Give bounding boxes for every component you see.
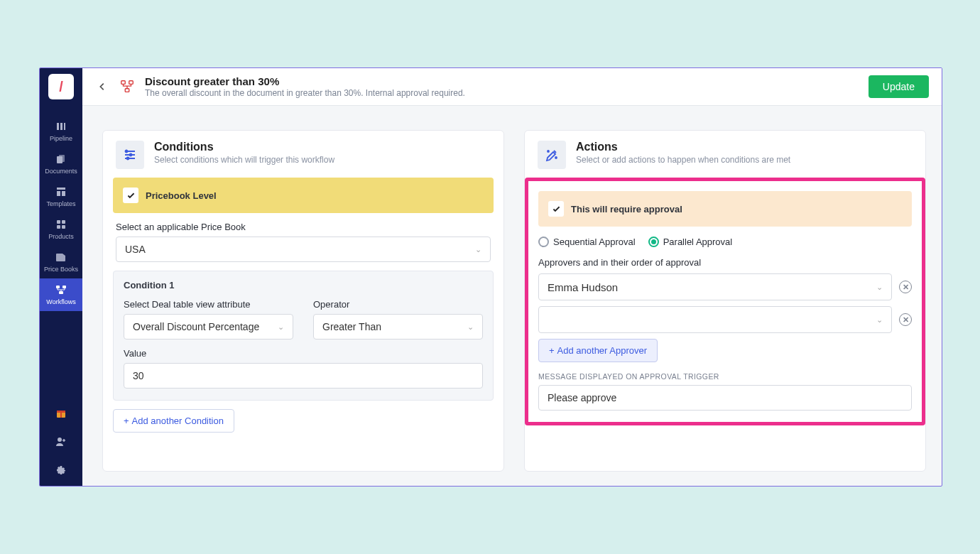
content: Conditions Select conditions which will … (82, 106, 942, 486)
approver-name: Emma Hudson (548, 281, 618, 293)
products-icon (55, 219, 67, 230)
svg-point-23 (130, 154, 132, 156)
sidebar-item-gift[interactable] (40, 401, 82, 429)
sidebar-item-templates[interactable]: Templates (40, 180, 82, 213)
approver-select[interactable]: ⌄ (538, 306, 892, 333)
banner-label: Pricebook Level (146, 190, 217, 201)
sidebar-item-label: Products (48, 233, 74, 240)
svg-rect-9 (62, 220, 65, 224)
svg-rect-5 (57, 188, 65, 190)
sequential-approval-radio[interactable]: Sequential Approval (538, 237, 636, 247)
radio-icon (648, 237, 659, 247)
svg-point-26 (548, 151, 549, 152)
gear-icon (55, 465, 67, 476)
sidebar-item-label: Templates (46, 200, 75, 207)
update-button[interactable]: Update (869, 75, 929, 98)
sidebar-item-settings[interactable] (40, 457, 82, 486)
svg-rect-20 (129, 81, 134, 85)
condition-title: Condition 1 (124, 280, 483, 290)
svg-point-18 (58, 438, 62, 442)
attribute-select[interactable]: Overall Discount Percentage ⌄ (124, 314, 293, 340)
topbar: Discount greater than 30% The overall di… (82, 68, 942, 106)
sidebar-item-pricebooks[interactable]: Price Books (40, 246, 82, 278)
svg-point-22 (126, 151, 128, 153)
checkmark-icon[interactable] (123, 188, 138, 203)
add-approver-label: Add another Approver (557, 345, 647, 356)
add-condition-label: Add another Condition (132, 416, 224, 426)
checkmark-icon[interactable] (548, 201, 564, 217)
sidebar-item-label: Pipeline (50, 135, 72, 142)
approver-select[interactable]: Emma Hudson ⌄ (538, 273, 892, 300)
svg-rect-1 (60, 123, 62, 130)
sidebar-item-add-user[interactable] (40, 429, 82, 457)
svg-rect-11 (62, 225, 65, 229)
svg-rect-19 (121, 81, 126, 85)
plus-icon: + (124, 416, 129, 426)
conditions-title: Conditions (154, 141, 334, 153)
chevron-down-icon: ⌄ (278, 322, 284, 332)
attr-label: Select Deal table view attribute (124, 299, 293, 310)
svg-rect-0 (57, 123, 59, 130)
pricebook-select[interactable]: USA ⌄ (116, 237, 491, 262)
conditions-icon (116, 141, 144, 169)
slash-icon: / (59, 79, 63, 95)
pipeline-icon (55, 121, 67, 132)
condition-card: Condition 1 Select Deal table view attri… (113, 271, 494, 401)
sidebar-item-products[interactable]: Products (40, 213, 82, 246)
actions-icon (538, 141, 566, 169)
approval-message-text: Please approve (548, 392, 616, 403)
add-condition-button[interactable]: + Add another Condition (113, 409, 234, 433)
sequential-approval-label: Sequential Approval (553, 237, 636, 247)
value-label: Value (124, 348, 483, 359)
svg-rect-8 (57, 220, 60, 224)
operator-label: Operator (313, 299, 483, 310)
remove-approver-button[interactable]: ✕ (899, 313, 912, 326)
pricebook-value: USA (125, 244, 146, 255)
user-plus-icon (55, 436, 67, 447)
remove-approver-button[interactable]: ✕ (899, 281, 912, 293)
pricebook-level-banner: Pricebook Level (113, 178, 494, 213)
svg-rect-13 (62, 286, 66, 288)
documents-icon (55, 153, 67, 165)
title-block: Discount greater than 30% The overall di… (145, 75, 859, 98)
page-subtitle: The overall discount in the document in … (145, 88, 859, 98)
actions-title: Actions (576, 141, 790, 153)
pricebook-label: Select an applicable Price Book (116, 222, 491, 232)
svg-rect-12 (56, 286, 60, 288)
svg-rect-10 (57, 225, 60, 229)
sidebar-item-documents[interactable]: Documents (40, 148, 82, 180)
parallel-approval-radio[interactable]: Parallel Approval (648, 237, 733, 247)
svg-rect-17 (60, 411, 62, 418)
flow-icon (119, 79, 135, 94)
app-logo[interactable]: / (48, 74, 74, 99)
actions-highlight-box: This will require approval Sequential Ap… (525, 178, 925, 425)
sidebar-item-pipeline[interactable]: Pipeline (40, 115, 82, 148)
svg-point-25 (555, 157, 557, 158)
svg-point-24 (127, 158, 129, 160)
attr-value: Overall Discount Percentage (133, 321, 259, 332)
radio-icon (538, 237, 549, 247)
sidebar-item-label: Workflows (46, 298, 75, 305)
chevron-down-icon: ⌄ (467, 322, 474, 332)
value-input[interactable]: 30 (124, 363, 483, 389)
actions-panel: Actions Select or add actions to happen … (524, 130, 926, 472)
conditions-subtitle: Select conditions which will trigger thi… (154, 155, 334, 165)
templates-icon (55, 186, 67, 197)
sidebar-item-workflows[interactable]: Workflows (40, 278, 82, 311)
add-approver-button[interactable]: + Add another Approver (538, 339, 658, 362)
message-label: MESSAGE DISPLAYED ON APPROVAL TRIGGER (538, 372, 912, 381)
chevron-down-icon: ⌄ (475, 245, 481, 254)
conditions-panel: Conditions Select conditions which will … (102, 130, 504, 472)
approval-message-input[interactable]: Please approve (538, 385, 912, 411)
approvers-label: Approvers and in their order of approval (538, 257, 912, 268)
approver-row: ⌄ ✕ (538, 306, 912, 333)
actions-subtitle: Select or add actions to happen when con… (576, 155, 790, 165)
operator-select[interactable]: Greater Than ⌄ (313, 314, 483, 340)
value-text: 30 (133, 370, 144, 381)
sidebar-item-label: Documents (45, 168, 77, 175)
svg-rect-21 (125, 89, 129, 92)
approval-type-row: Sequential Approval Parallel Approval (538, 237, 912, 247)
back-button[interactable] (95, 80, 109, 94)
operator-value: Greater Than (322, 321, 381, 332)
svg-rect-6 (57, 191, 60, 196)
